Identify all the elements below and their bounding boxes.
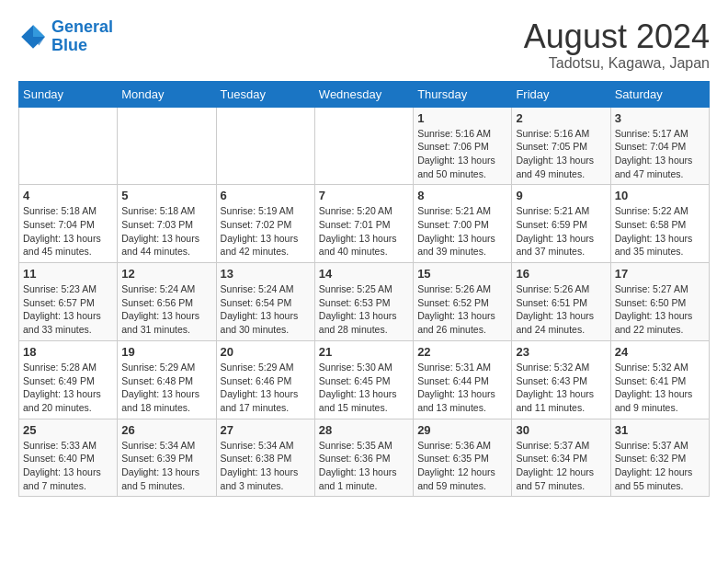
day-number: 23	[516, 345, 606, 359]
day-info: Sunrise: 5:18 AM Sunset: 7:03 PM Dayligh…	[121, 204, 211, 259]
weekday-header-wednesday: Wednesday	[314, 81, 413, 107]
day-info: Sunrise: 5:29 AM Sunset: 6:46 PM Dayligh…	[221, 361, 311, 415]
weekday-header-saturday: Saturday	[610, 81, 709, 107]
day-number: 8	[417, 189, 507, 202]
week-row-4: 18Sunrise: 5:28 AM Sunset: 6:49 PM Dayli…	[19, 340, 710, 419]
day-cell	[216, 107, 314, 185]
week-row-1: 1Sunrise: 5:16 AM Sunset: 7:06 PM Daylig…	[19, 107, 710, 185]
day-cell	[118, 107, 216, 185]
day-cell: 2Sunrise: 5:16 AM Sunset: 7:05 PM Daylig…	[512, 107, 610, 185]
day-number: 2	[516, 111, 606, 125]
day-number: 27	[221, 423, 311, 437]
page-header: General Blue August 2024 Tadotsu, Kagawa…	[18, 18, 710, 72]
weekday-header-friday: Friday	[512, 81, 610, 107]
day-number: 9	[516, 189, 606, 202]
logo-line2: Blue	[51, 36, 87, 54]
svg-marker-1	[33, 25, 45, 37]
day-number: 26	[121, 423, 211, 437]
day-info: Sunrise: 5:24 AM Sunset: 6:54 PM Dayligh…	[221, 282, 311, 337]
day-info: Sunrise: 5:25 AM Sunset: 6:53 PM Dayligh…	[319, 282, 409, 337]
day-info: Sunrise: 5:34 AM Sunset: 6:39 PM Dayligh…	[121, 439, 211, 493]
day-cell: 7Sunrise: 5:20 AM Sunset: 7:01 PM Daylig…	[314, 185, 413, 263]
day-cell: 12Sunrise: 5:24 AM Sunset: 6:56 PM Dayli…	[118, 263, 216, 341]
title-block: August 2024 Tadotsu, Kagawa, Japan	[524, 18, 710, 72]
day-info: Sunrise: 5:34 AM Sunset: 6:38 PM Dayligh…	[221, 439, 311, 493]
day-cell: 1Sunrise: 5:16 AM Sunset: 7:06 PM Daylig…	[414, 107, 512, 185]
day-info: Sunrise: 5:31 AM Sunset: 6:44 PM Dayligh…	[417, 361, 507, 415]
day-cell: 27Sunrise: 5:34 AM Sunset: 6:38 PM Dayli…	[216, 419, 314, 497]
week-row-5: 25Sunrise: 5:33 AM Sunset: 6:40 PM Dayli…	[19, 419, 710, 497]
day-cell: 19Sunrise: 5:29 AM Sunset: 6:48 PM Dayli…	[118, 340, 216, 419]
day-cell: 17Sunrise: 5:27 AM Sunset: 6:50 PM Dayli…	[610, 263, 709, 341]
day-cell: 22Sunrise: 5:31 AM Sunset: 6:44 PM Dayli…	[414, 340, 512, 419]
day-cell: 4Sunrise: 5:18 AM Sunset: 7:04 PM Daylig…	[19, 185, 118, 263]
day-number: 16	[516, 267, 606, 281]
day-cell: 28Sunrise: 5:35 AM Sunset: 6:36 PM Dayli…	[314, 419, 413, 497]
day-number: 12	[121, 267, 211, 281]
day-number: 31	[615, 423, 705, 437]
day-number: 1	[417, 111, 507, 125]
day-cell: 20Sunrise: 5:29 AM Sunset: 6:46 PM Dayli…	[216, 340, 314, 419]
day-info: Sunrise: 5:30 AM Sunset: 6:45 PM Dayligh…	[319, 361, 409, 415]
day-info: Sunrise: 5:27 AM Sunset: 6:50 PM Dayligh…	[615, 282, 705, 337]
day-info: Sunrise: 5:21 AM Sunset: 7:00 PM Dayligh…	[417, 204, 507, 259]
day-cell: 29Sunrise: 5:36 AM Sunset: 6:35 PM Dayli…	[414, 419, 512, 497]
day-cell: 16Sunrise: 5:26 AM Sunset: 6:51 PM Dayli…	[512, 263, 610, 341]
day-cell: 5Sunrise: 5:18 AM Sunset: 7:03 PM Daylig…	[118, 185, 216, 263]
day-info: Sunrise: 5:33 AM Sunset: 6:40 PM Dayligh…	[23, 439, 113, 493]
day-number: 15	[417, 267, 507, 281]
day-cell: 31Sunrise: 5:37 AM Sunset: 6:32 PM Dayli…	[610, 419, 709, 497]
day-cell: 6Sunrise: 5:19 AM Sunset: 7:02 PM Daylig…	[216, 185, 314, 263]
day-info: Sunrise: 5:19 AM Sunset: 7:02 PM Dayligh…	[221, 204, 311, 259]
day-number: 21	[319, 345, 409, 359]
day-cell: 26Sunrise: 5:34 AM Sunset: 6:39 PM Dayli…	[118, 419, 216, 497]
day-cell	[314, 107, 413, 185]
day-cell: 21Sunrise: 5:30 AM Sunset: 6:45 PM Dayli…	[314, 340, 413, 419]
day-info: Sunrise: 5:20 AM Sunset: 7:01 PM Dayligh…	[319, 204, 409, 259]
week-row-3: 11Sunrise: 5:23 AM Sunset: 6:57 PM Dayli…	[19, 263, 710, 341]
day-number: 25	[23, 423, 113, 437]
day-number: 24	[615, 345, 705, 359]
day-info: Sunrise: 5:26 AM Sunset: 6:52 PM Dayligh…	[417, 282, 507, 337]
day-cell: 23Sunrise: 5:32 AM Sunset: 6:43 PM Dayli…	[512, 340, 610, 419]
weekday-header-tuesday: Tuesday	[216, 81, 314, 107]
weekday-header-sunday: Sunday	[19, 81, 118, 107]
day-number: 14	[319, 267, 409, 281]
location: Tadotsu, Kagawa, Japan	[524, 55, 710, 72]
weekday-header-thursday: Thursday	[414, 81, 512, 107]
day-cell: 10Sunrise: 5:22 AM Sunset: 6:58 PM Dayli…	[610, 185, 709, 263]
day-cell: 14Sunrise: 5:25 AM Sunset: 6:53 PM Dayli…	[314, 263, 413, 341]
day-number: 11	[23, 267, 113, 281]
day-number: 5	[121, 189, 211, 202]
day-number: 29	[417, 423, 507, 437]
day-info: Sunrise: 5:35 AM Sunset: 6:36 PM Dayligh…	[319, 439, 409, 493]
day-info: Sunrise: 5:18 AM Sunset: 7:04 PM Dayligh…	[23, 204, 113, 259]
day-cell: 11Sunrise: 5:23 AM Sunset: 6:57 PM Dayli…	[19, 263, 118, 341]
day-cell	[19, 107, 118, 185]
day-info: Sunrise: 5:24 AM Sunset: 6:56 PM Dayligh…	[121, 282, 211, 337]
day-number: 30	[516, 423, 606, 437]
day-cell: 30Sunrise: 5:37 AM Sunset: 6:34 PM Dayli…	[512, 419, 610, 497]
day-number: 3	[615, 111, 705, 125]
day-info: Sunrise: 5:17 AM Sunset: 7:04 PM Dayligh…	[615, 127, 705, 181]
day-info: Sunrise: 5:21 AM Sunset: 6:59 PM Dayligh…	[516, 204, 606, 259]
weekday-header-monday: Monday	[118, 81, 216, 107]
day-info: Sunrise: 5:36 AM Sunset: 6:35 PM Dayligh…	[417, 439, 507, 493]
day-cell: 13Sunrise: 5:24 AM Sunset: 6:54 PM Dayli…	[216, 263, 314, 341]
day-number: 13	[221, 267, 311, 281]
day-info: Sunrise: 5:22 AM Sunset: 6:58 PM Dayligh…	[615, 204, 705, 259]
day-number: 4	[23, 189, 113, 202]
week-row-2: 4Sunrise: 5:18 AM Sunset: 7:04 PM Daylig…	[19, 185, 710, 263]
day-cell: 9Sunrise: 5:21 AM Sunset: 6:59 PM Daylig…	[512, 185, 610, 263]
day-number: 17	[615, 267, 705, 281]
day-number: 7	[319, 189, 409, 202]
day-info: Sunrise: 5:28 AM Sunset: 6:49 PM Dayligh…	[23, 361, 113, 415]
day-cell: 8Sunrise: 5:21 AM Sunset: 7:00 PM Daylig…	[414, 185, 512, 263]
logo-text: General Blue	[51, 18, 113, 55]
day-info: Sunrise: 5:29 AM Sunset: 6:48 PM Dayligh…	[121, 361, 211, 415]
day-number: 18	[23, 345, 113, 359]
logo: General Blue	[18, 18, 113, 55]
day-cell: 25Sunrise: 5:33 AM Sunset: 6:40 PM Dayli…	[19, 419, 118, 497]
logo-icon	[18, 22, 48, 52]
day-number: 6	[221, 189, 311, 202]
